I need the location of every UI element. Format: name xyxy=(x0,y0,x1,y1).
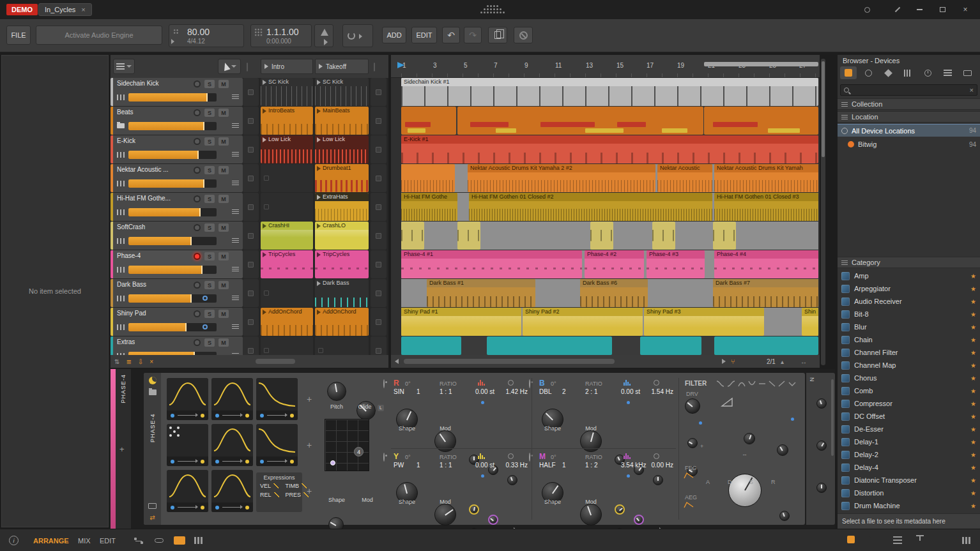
track-menu-icon[interactable] xyxy=(232,267,239,272)
category-item[interactable]: Chain★ xyxy=(838,333,980,346)
solo-button[interactable]: S xyxy=(204,137,215,146)
clip-play-icon[interactable] xyxy=(317,310,321,315)
op-ratio-value[interactable]: 1 : 1 xyxy=(440,462,452,469)
op-detune-value[interactable]: 0.00 st xyxy=(475,462,494,469)
track-menu-icon[interactable] xyxy=(232,324,239,329)
clip-slot[interactable]: IntroBeats xyxy=(261,107,313,135)
category-item[interactable]: Delay-4★ xyxy=(838,461,980,474)
tab-close-icon[interactable]: × xyxy=(81,6,85,13)
scene-stop-button[interactable] xyxy=(371,193,387,221)
favorite-star-icon[interactable]: ★ xyxy=(970,439,976,446)
scene-stop-button[interactable] xyxy=(371,308,387,336)
favorite-star-icon[interactable]: ★ xyxy=(970,362,976,369)
arranger-clip[interactable]: Shiny Pad #2 xyxy=(523,308,643,336)
track-sort-button[interactable] xyxy=(113,59,135,74)
track-header[interactable]: Dark Bass S M xyxy=(111,279,243,307)
clip-stop-button[interactable] xyxy=(243,222,259,250)
mute-button[interactable]: M xyxy=(218,80,229,88)
clip-slot[interactable]: SC Kick xyxy=(315,78,369,106)
arranger-clip[interactable]: Nektar Acoustic xyxy=(657,164,712,192)
arranger-clip[interactable]: Nektar Acoustic Drums Kit Yamah xyxy=(714,164,818,192)
mute-button[interactable]: M xyxy=(218,223,229,232)
device-panel-toggle[interactable] xyxy=(893,536,902,544)
glide-legato-badge[interactable]: L xyxy=(378,405,384,411)
record-arm-button[interactable] xyxy=(194,310,201,317)
automation-dot[interactable] xyxy=(203,296,208,301)
groove-icon[interactable] xyxy=(173,29,179,34)
undo-button[interactable]: ↶ xyxy=(442,27,460,43)
clip-slot[interactable]: CrashLO xyxy=(315,222,369,250)
automation-toggle[interactable] xyxy=(155,538,164,543)
op-freq-value[interactable]: 1.54 Hz xyxy=(652,388,673,395)
record-arm-button[interactable] xyxy=(194,138,201,145)
record-arm-button[interactable] xyxy=(194,195,201,202)
op-phase-value[interactable]: 0° xyxy=(405,381,411,387)
mute-button[interactable]: M xyxy=(218,195,229,203)
track-header[interactable]: Nektar Acoustic ... S M xyxy=(111,164,243,192)
volume-fader[interactable] xyxy=(128,208,217,216)
empty-clip-slot[interactable] xyxy=(261,279,313,307)
category-item[interactable]: Diatonic Transposer★ xyxy=(838,474,980,487)
scene-stop-button[interactable] xyxy=(371,222,387,250)
scene-stop-button[interactable] xyxy=(371,336,387,355)
xy-pad[interactable]: 4 xyxy=(325,419,369,471)
clip-slot[interactable]: SC Kick xyxy=(261,78,313,106)
layout-columns-toggle[interactable] xyxy=(962,537,970,544)
category-item[interactable]: Drum Machine★ xyxy=(838,499,980,512)
arranger-clip[interactable]: Dark Bass #1 xyxy=(427,279,535,307)
project-tab[interactable]: In_Cycles × xyxy=(38,3,92,16)
add-button[interactable]: ADD xyxy=(382,27,406,43)
clip-play-icon[interactable] xyxy=(263,310,266,315)
partial-knob[interactable] xyxy=(816,441,827,451)
return-arrangement-icon[interactable]: ⇩ xyxy=(138,358,143,365)
launcher-scrollbar[interactable] xyxy=(256,359,295,364)
expression-rel[interactable]: REL xyxy=(260,492,279,498)
clip-play-icon[interactable] xyxy=(317,223,321,229)
arranger-clip[interactable]: Sidechain Kick #1 xyxy=(401,78,818,106)
category-item[interactable]: Comb★ xyxy=(838,384,980,397)
track-header[interactable]: Extras S M xyxy=(111,336,243,355)
track-header[interactable]: Shiny Pad S M xyxy=(111,308,243,336)
arranger-clip[interactable]: Nektar Acoustic Drums Kit Yamaha 2 #2 xyxy=(468,164,655,192)
copy-button[interactable] xyxy=(488,27,507,43)
arranger-clip[interactable]: Dark Bass #7 xyxy=(713,279,818,307)
volume-fader[interactable] xyxy=(128,323,217,331)
browser-tab-clips[interactable] xyxy=(919,66,936,79)
osc-random-box[interactable] xyxy=(167,424,208,466)
cancel-button[interactable] xyxy=(514,27,533,43)
clip-play-icon[interactable] xyxy=(317,80,321,85)
clip-slot[interactable]: Low Lick xyxy=(315,135,369,163)
add-modulator-icon[interactable]: + xyxy=(303,439,315,451)
cutoff-knob[interactable] xyxy=(728,474,762,507)
favorite-star-icon[interactable]: ★ xyxy=(970,375,976,382)
op-mod-knob[interactable] xyxy=(580,504,602,525)
category-item[interactable]: Delay-1★ xyxy=(838,435,980,448)
track-menu-icon[interactable] xyxy=(232,123,239,128)
mute-button[interactable]: M xyxy=(218,252,229,260)
browser-tab-files[interactable] xyxy=(959,66,976,79)
location-bitwig[interactable]: Bitwig 94 xyxy=(838,138,980,151)
op-mod-knob[interactable] xyxy=(434,504,456,525)
category-item[interactable]: Blur★ xyxy=(838,321,980,333)
arranger-clip[interactable]: Phase-4 #2 xyxy=(585,250,644,278)
op-phase-icon[interactable] xyxy=(654,453,659,459)
arranger-clip[interactable] xyxy=(401,336,461,355)
clip-slot[interactable]: TripCycles xyxy=(315,250,369,278)
arranger-clip[interactable] xyxy=(640,336,701,355)
favorite-star-icon[interactable]: ★ xyxy=(970,400,976,407)
op-freq-value[interactable]: 0.00 Hz xyxy=(652,462,673,469)
clip-play-icon[interactable] xyxy=(263,223,266,229)
browser-search-input[interactable] xyxy=(853,87,966,94)
arrange-view-button[interactable]: ARRANGE xyxy=(33,537,69,545)
solo-button[interactable]: S xyxy=(204,252,215,260)
clip-play-icon[interactable] xyxy=(263,137,266,142)
empty-clip-slot[interactable] xyxy=(261,193,313,221)
favorite-star-icon[interactable]: ★ xyxy=(970,426,976,433)
clip-stop-button[interactable] xyxy=(243,250,259,278)
track-header[interactable]: E-Kick S M xyxy=(111,135,243,163)
track-header[interactable]: Sidechain Kick S M xyxy=(111,78,243,106)
add-modulator-icon[interactable]: + xyxy=(303,393,315,405)
scene-stop-button[interactable] xyxy=(371,250,387,278)
device-display-icon[interactable] xyxy=(148,503,157,509)
clip-stop-button[interactable] xyxy=(243,164,259,192)
